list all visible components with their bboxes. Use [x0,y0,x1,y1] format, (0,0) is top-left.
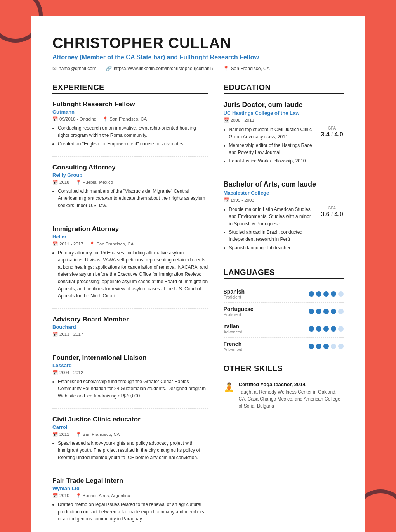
experience-list: Fulbright Research Fellow Gutmann 📅 09/2… [52,100,208,531]
exp-job-title: Advisory Board Member [52,316,208,323]
exp-company: Heller [52,234,208,240]
exp-date: 📅 2011 - 2017 [52,241,83,247]
location-pin-icon: 📍 [76,432,81,437]
linkedin-contact: 🔗 https://www.linkedin.com/in/christophe… [106,66,214,71]
lang-name: Italian [224,323,243,330]
exp-bullet: Consulted with members of the "Viacrucis… [58,188,208,209]
skills-list: 🧘 Certified Yoga teacher, 2014 Taught at… [224,382,344,409]
exp-company: Gutmann [52,109,208,115]
edu-bullet: Double major in Latin American Studies a… [229,206,314,228]
exp-date: 📅 2011 [52,432,69,437]
lang-info: Spanish Proficient [224,288,245,299]
experience-item: Civil Justice Clinic educator Carroll 📅 … [52,416,208,470]
lang-dot [309,344,314,349]
edu-content: Named top student in Civil Justice Clini… [224,126,344,166]
languages-list: Spanish Proficient Portuguese Proficient… [224,285,344,355]
location-text: San Francisco, CA [231,66,270,71]
lang-dot [309,309,314,314]
lang-info: Portuguese Proficient [224,306,254,317]
lang-dot [309,291,314,297]
exp-bullet-list: Spearheaded a know-your-rights and polic… [52,440,208,461]
gpa-label: GPA [328,206,336,210]
exp-bullet: Created an "English for Empowerment" cou… [58,140,208,148]
skill-title: Certified Yoga teacher, 2014 [239,382,344,387]
email-contact: ✉ name@gmail.com [52,66,96,71]
exp-bullet-list: Drafted memo on legal issues related to … [52,501,208,523]
exp-job-title: Consulting Attorney [52,164,208,171]
skill-desc: Taught at Remedy Wellness Center in Oakl… [239,389,344,409]
experience-item: Fulbright Research Fellow Gutmann 📅 09/2… [52,100,208,157]
language-item: Portuguese Proficient [224,303,344,320]
exp-bullet-list: Primary attorney for 150+ cases, includi… [52,249,208,300]
calendar-icon: 📅 [52,370,58,375]
main-columns: EXPERIENCE Fulbright Research Fellow Gut… [52,83,344,532]
exp-bullet: Established scholarship fund through the… [58,378,208,400]
lang-dot [331,309,336,314]
exp-company: Carroll [52,424,208,430]
exp-location: 📍 San Francisco, CA [76,432,120,437]
edu-bullet-list: Named top student in Civil Justice Clini… [224,126,314,166]
lang-name: Portuguese [224,306,254,312]
left-column: EXPERIENCE Fulbright Research Fellow Gut… [52,83,208,532]
edu-bullet: Membership editor of the Hastings Race a… [229,142,314,156]
location-pin-icon: 📍 [102,116,108,122]
lang-dot [338,291,344,297]
gpa-value: 3.4 / 4.0 [321,131,343,138]
calendar-icon: 📅 [52,116,58,122]
exp-company: Reilly Group [52,172,208,178]
header: CHRISTOPHER CULLAN Attorney (Member of t… [52,35,344,71]
exp-meta: 📅 2010📍 Buenos Aires, Argentina [52,493,208,498]
lang-dot [309,326,314,332]
edu-bullet: Named top student in Civil Justice Clini… [229,126,314,140]
edu-dates: 📅 2008 - 2011 [224,117,254,123]
language-item: Spanish Proficient [224,285,344,303]
edu-school: Macalester College [224,190,344,196]
lang-dot [338,344,344,349]
exp-date: 📅 09/2018 - Ongoing [52,116,96,122]
edu-bullet: Studied abroad in Brazil, conducted inde… [229,229,314,243]
full-name: CHRISTOPHER CULLAN [52,35,344,52]
lang-dots [309,291,344,297]
experience-section: EXPERIENCE Fulbright Research Fellow Gut… [52,83,208,531]
linkedin-icon: 🔗 [106,66,112,71]
skill-content: Certified Yoga teacher, 2014 Taught at R… [239,382,344,409]
calendar-icon: 📅 [52,432,58,437]
edu-degree: Bachelor of Arts, cum laude [224,180,344,189]
other-skills-section: OTHER SKILLS 🧘 Certified Yoga teacher, 2… [224,364,344,409]
gpa-value: 3.6 / 4.0 [321,211,343,218]
lang-dot [316,344,321,349]
location-contact: 📍 San Francisco, CA [223,66,270,71]
lang-dot [331,344,336,349]
lang-dot [338,326,344,332]
edu-meta: 📅 2008 - 2011 [224,117,344,123]
exp-meta: 📅 2018📍 Puebla, Mexico [52,180,208,185]
edu-dates: 📅 1999 - 2003 [224,197,254,203]
lang-level: Advanced [224,347,243,352]
experience-item: Advisory Board Member Bouchard 📅 2013 - … [52,316,208,347]
calendar-icon: 📅 [224,117,229,123]
experience-section-title: EXPERIENCE [52,83,208,94]
calendar-icon: 📅 [52,332,58,337]
exp-bullet: Primary attorney for 150+ cases, includi… [58,249,208,300]
gpa-label: GPA [328,126,336,130]
edu-gpa: GPA 3.4 / 4.0 [320,126,344,166]
education-item: Juris Doctor, cum laude UC Hastings Coll… [224,100,344,172]
lang-dot [316,291,321,297]
exp-date: 📅 2004 - 2012 [52,370,83,375]
lang-level: Proficient [224,312,254,317]
email-text: name@gmail.com [59,66,96,71]
calendar-icon: 📅 [52,241,58,247]
exp-date: 📅 2010 [52,493,69,498]
edu-content: Double major in Latin American Studies a… [224,206,344,253]
calendar-icon: 📅 [52,180,58,185]
exp-company: Lessard [52,363,208,368]
exp-meta: 📅 2011 - 2017📍 San Francisco, CA [52,241,208,247]
languages-section: LANGUAGES Spanish Proficient Portuguese … [224,268,344,355]
language-item: French Advanced [224,338,344,355]
exp-location: 📍 San Francisco, CA [102,116,147,122]
lang-level: Proficient [224,295,245,299]
exp-company: Wyman Ltd [52,485,208,491]
lang-name: Spanish [224,288,245,295]
edu-bullet: Spanish language lab teacher [229,244,314,252]
gpa-divider: / [331,131,333,138]
